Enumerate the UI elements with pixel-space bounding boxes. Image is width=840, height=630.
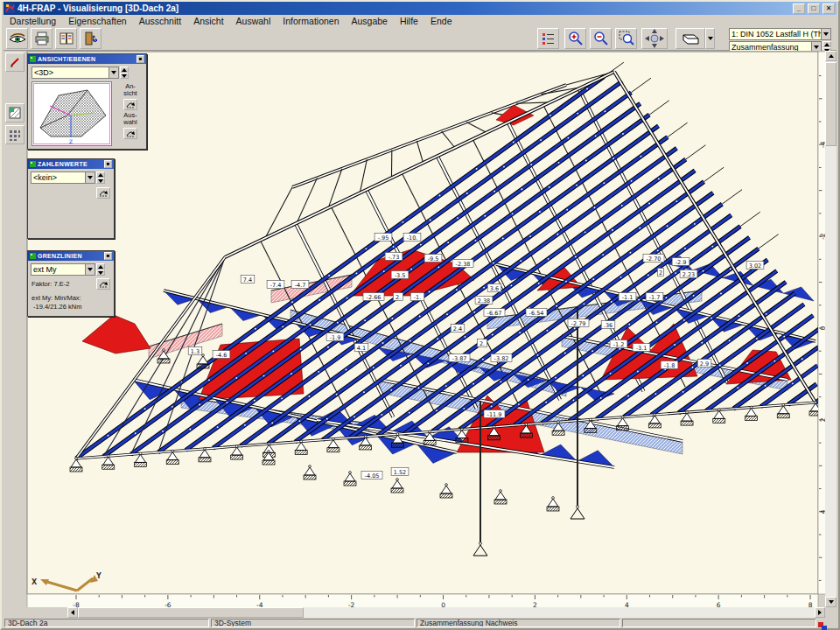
help-book-button[interactable] xyxy=(55,28,77,49)
svg-text:-1.2: -1.2 xyxy=(613,341,625,348)
envelope-apply-button[interactable] xyxy=(96,278,110,290)
zoom-window-button[interactable] xyxy=(615,28,637,49)
panel-zahlenwerte-titlebar[interactable]: ZAHLENWERTE ■ xyxy=(28,159,114,169)
horizontal-scroll-thumb[interactable] xyxy=(78,607,304,618)
envelope-combo[interactable]: ext My xyxy=(31,263,95,276)
svg-text:-4.6: -4.6 xyxy=(216,352,228,359)
values-spinner[interactable] xyxy=(96,172,105,184)
svg-text:-10.: -10. xyxy=(407,234,418,242)
status-icon xyxy=(818,619,827,627)
status-bar: 3D-Dach 2a3D-SystemZusammenfassung Nachw… xyxy=(4,618,836,628)
view-apply-button[interactable] xyxy=(123,99,137,110)
zoom-in-button[interactable] xyxy=(564,28,586,49)
menu-item-hilfe[interactable]: Hilfe xyxy=(394,15,424,27)
svg-text:-2.38: -2.38 xyxy=(456,261,471,268)
scroll-up-button[interactable] xyxy=(825,51,836,61)
pan-control[interactable] xyxy=(641,28,668,49)
grid-icon xyxy=(9,129,21,141)
x-axis-label: X xyxy=(32,578,38,586)
menu-item-darstellung[interactable]: Darstellung xyxy=(4,15,62,27)
menu-item-ansicht[interactable]: Ansicht xyxy=(187,15,229,27)
svg-text:-1.7: -1.7 xyxy=(649,294,661,301)
svg-text:4.1: 4.1 xyxy=(357,345,366,352)
range-label: ext My: Min/Max: xyxy=(32,295,81,302)
menu-item-informationen[interactable]: Informationen xyxy=(276,15,345,27)
svg-text:-3.82: -3.82 xyxy=(494,355,509,362)
z-axis-label: Z xyxy=(69,138,73,144)
exit-button[interactable] xyxy=(80,28,102,49)
svg-text:-1.9: -1.9 xyxy=(330,334,341,341)
menu-item-auswahl[interactable]: Auswahl xyxy=(230,15,277,27)
view-preview[interactable]: Z xyxy=(32,81,112,146)
envelope-combo-arrow[interactable] xyxy=(85,264,94,275)
panel-ansicht-titlebar[interactable]: ANSICHT/EBENEN ■ xyxy=(28,54,146,64)
svg-text:-7.4: -7.4 xyxy=(270,282,282,289)
panel-zahlenwerte-close[interactable]: ■ xyxy=(104,160,112,168)
panel-grenzlinien-titlebar[interactable]: GRENZLINIEN ■ xyxy=(28,251,114,261)
svg-text:1.3: 1.3 xyxy=(191,348,200,355)
svg-text:2.9: 2.9 xyxy=(700,360,709,368)
properties-button[interactable] xyxy=(537,28,559,49)
values-combo-arrow[interactable] xyxy=(85,172,94,183)
left-tool-strip xyxy=(4,52,25,607)
svg-text:-4.7: -4.7 xyxy=(295,282,306,289)
menu-item-ausschnitt[interactable]: Ausschnitt xyxy=(133,15,187,27)
svg-text:-.95: -.95 xyxy=(378,234,389,242)
selection-apply-button[interactable] xyxy=(123,128,137,139)
view-plane-value: <3D> xyxy=(32,67,108,78)
svg-text:-.73: -.73 xyxy=(388,254,400,261)
view-plane-combo[interactable]: <3D> xyxy=(32,66,119,79)
panel-zahlenwerte: ZAHLENWERTE ■ <kein> xyxy=(27,158,115,239)
drawing-canvas[interactable]: 7.4-7.4-4.7-.95-10.-.73-9.5-2.38-3.5-2.6… xyxy=(25,51,830,611)
svg-text:.36: .36 xyxy=(604,322,612,329)
panel-ansicht-close[interactable]: ■ xyxy=(136,55,144,63)
grid-display-button[interactable] xyxy=(5,125,24,144)
values-apply-button[interactable] xyxy=(96,187,110,199)
panel-grenzlinien-close[interactable]: ■ xyxy=(104,252,112,260)
load-case-arrow[interactable] xyxy=(821,29,830,39)
values-combo[interactable]: <kein> xyxy=(31,172,95,184)
draw-button[interactable] xyxy=(5,52,24,72)
curved-arrow-icon xyxy=(98,280,108,288)
hatch-square-icon xyxy=(9,107,21,119)
view-button[interactable] xyxy=(6,28,28,49)
menu-item-ausgabe[interactable]: Ausgabe xyxy=(346,15,394,27)
menu-item-eigenschaften[interactable]: Eigenschaften xyxy=(62,15,133,27)
scroll-right-button[interactable] xyxy=(815,607,825,618)
zoom-in-icon xyxy=(568,31,584,46)
vertical-scroll-thumb[interactable] xyxy=(825,62,836,146)
curved-arrow-icon xyxy=(125,101,136,108)
zoom-window-icon xyxy=(619,31,634,46)
svg-text:2: 2 xyxy=(659,270,662,276)
scroll-left-button[interactable] xyxy=(67,607,78,618)
pencil-icon xyxy=(9,56,21,68)
hatch-display-button[interactable] xyxy=(5,103,24,122)
svg-text:-3.87: -3.87 xyxy=(452,355,467,362)
envelope-spinner[interactable] xyxy=(96,263,105,276)
values-combo-value: <kein> xyxy=(32,172,85,183)
svg-text:3.02: 3.02 xyxy=(749,262,761,270)
scroll-down-button[interactable] xyxy=(825,597,836,607)
svg-text:-2.70: -2.70 xyxy=(647,256,662,262)
maximize-button[interactable]: □ xyxy=(808,4,820,14)
view-plane-arrow[interactable] xyxy=(108,67,118,78)
panel-ansicht-title: ANSICHT/EBENEN xyxy=(38,56,135,62)
auswahl-label-2: wahl xyxy=(117,119,144,126)
panel-icon xyxy=(30,56,36,62)
horizontal-scrollbar[interactable] xyxy=(67,607,825,618)
vertical-scrollbar[interactable] xyxy=(825,51,836,607)
print-button[interactable] xyxy=(31,28,52,49)
view-3d-dropdown[interactable] xyxy=(705,28,715,49)
close-button[interactable]: ✕ xyxy=(822,4,835,14)
view-3d-button[interactable] xyxy=(676,28,705,49)
load-case-value: 1: DIN 1052 Lastfall H (Th. 1. Or xyxy=(730,29,821,39)
svg-text:-3.1: -3.1 xyxy=(636,345,648,352)
minimize-button[interactable]: _ xyxy=(793,4,805,14)
zoom-out-button[interactable] xyxy=(590,28,612,49)
load-case-combo[interactable]: 1: DIN 1052 Lastfall H (Th. 1. Or xyxy=(729,28,831,40)
curved-arrow-icon xyxy=(125,130,136,137)
view-plane-spinner[interactable] xyxy=(120,66,129,79)
window-title: 4H-FRAP - Visualisierung [3D-Dach 2a] xyxy=(18,4,178,13)
svg-text:2.38: 2.38 xyxy=(478,298,490,304)
menu-item-ende[interactable]: Ende xyxy=(424,15,458,27)
